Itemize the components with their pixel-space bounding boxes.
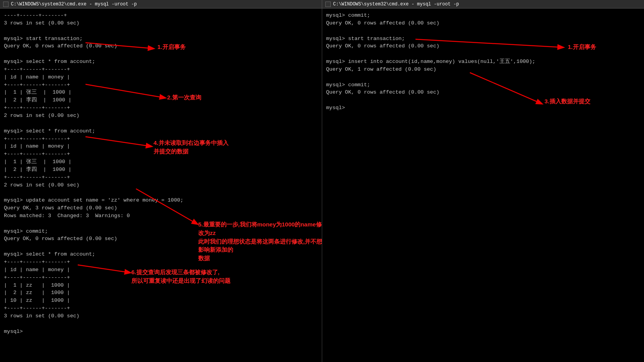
left-title-bar: C:\WINDOWS\system32\cmd.exe - mysql -uro… [0, 0, 322, 9]
right-window-title: C:\WINDOWS\system32\cmd.exe - mysql -uro… [333, 2, 459, 7]
right-title-bar: C:\WINDOWS\system32\cmd.exe - mysql -uro… [322, 0, 644, 9]
left-window-title: C:\WINDOWS\system32\cmd.exe - mysql -uro… [11, 2, 137, 7]
right-terminal-content: mysql> commit; Query OK, 0 rows affected… [326, 12, 640, 112]
terminal-icon-right [325, 2, 331, 7]
terminal-icon-left [3, 2, 9, 7]
left-terminal-panel: ----+------+-------+ 3 rows in set (0.00… [0, 9, 322, 362]
right-terminal-panel: mysql> commit; Query OK, 0 rows affected… [322, 9, 644, 362]
left-terminal-content: ----+------+-------+ 3 rows in set (0.00… [4, 12, 318, 335]
